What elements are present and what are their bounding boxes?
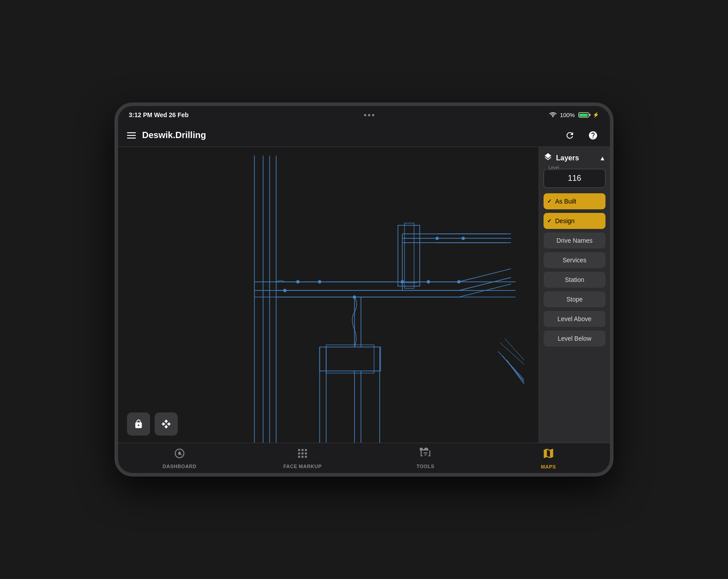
header-left: Deswik.Drilling: [127, 130, 206, 140]
status-time: 3:12 PM Wed 26 Feb: [129, 111, 188, 118]
status-dots: [364, 114, 374, 116]
layers-collapse-button[interactable]: ▲: [599, 155, 605, 162]
layers-title: Layers: [556, 154, 579, 162]
layers-stack-icon: [544, 152, 552, 163]
svg-rect-0: [133, 147, 524, 443]
svg-point-39: [462, 237, 465, 240]
hamburger-line-3: [127, 138, 136, 139]
nav-item-dashboard[interactable]: DASHBOARD: [118, 448, 241, 469]
hamburger-line-1: [127, 132, 136, 133]
nav-item-tools[interactable]: TOOLS: [364, 448, 487, 469]
move-button[interactable]: [155, 412, 178, 436]
svg-rect-41: [298, 449, 300, 451]
svg-point-34: [297, 281, 299, 283]
layer-button-drive-names[interactable]: Drive Names: [544, 232, 605, 249]
maps-icon: [542, 447, 555, 462]
app-header: Deswik.Drilling: [118, 124, 610, 147]
battery-fill: [579, 114, 588, 117]
map-area[interactable]: [118, 147, 539, 443]
svg-rect-46: [305, 452, 307, 454]
bottom-nav: DASHBOARD FACE MARKUP: [118, 443, 610, 473]
nav-item-maps[interactable]: MAPS: [487, 447, 610, 469]
level-input[interactable]: [544, 169, 605, 188]
svg-point-35: [283, 289, 286, 292]
svg-rect-50: [424, 452, 428, 453]
layers-header-left: Layers: [544, 152, 579, 163]
face-markup-icon: [297, 448, 308, 462]
maps-label: MAPS: [541, 464, 556, 469]
layer-button-level-below[interactable]: Level Below: [544, 330, 605, 347]
hamburger-line-2: [127, 135, 136, 136]
menu-button[interactable]: [127, 132, 136, 139]
level-input-container: Level: [544, 169, 605, 188]
lock-button[interactable]: [127, 412, 150, 436]
svg-rect-47: [298, 456, 300, 457]
bottom-controls: [127, 412, 178, 436]
svg-point-37: [458, 281, 460, 283]
tools-label: TOOLS: [417, 464, 434, 469]
header-right: [562, 127, 601, 143]
dashboard-label: DASHBOARD: [163, 464, 196, 469]
status-right: 100% ⚡: [549, 111, 599, 118]
refresh-button[interactable]: [562, 127, 578, 143]
svg-rect-48: [302, 456, 303, 457]
map-svg: [118, 147, 539, 443]
svg-rect-49: [305, 456, 307, 457]
status-dot-2: [368, 114, 370, 116]
layer-button-design[interactable]: ✓ Design: [544, 213, 605, 229]
svg-rect-43: [305, 449, 307, 451]
svg-rect-51: [425, 454, 426, 455]
layers-header: Layers ▲: [544, 152, 605, 163]
layers-panel: Layers ▲ Level ✓ As Built ✓ Design Drive…: [539, 147, 610, 443]
status-dot-3: [372, 114, 374, 116]
dashboard-icon: [174, 448, 185, 462]
app-title: Deswik.Drilling: [142, 130, 206, 140]
layer-button-stope[interactable]: Stope: [544, 291, 605, 307]
battery-percent: 100%: [560, 112, 575, 118]
wifi-icon: [549, 111, 556, 118]
level-label: Level: [547, 165, 560, 170]
svg-point-32: [353, 296, 356, 298]
status-dot-1: [364, 114, 366, 116]
svg-point-38: [436, 237, 438, 240]
svg-rect-45: [302, 452, 303, 454]
svg-point-40: [178, 452, 181, 455]
svg-point-36: [427, 281, 430, 283]
device-frame: 3:12 PM Wed 26 Feb 100% ⚡: [115, 102, 613, 477]
battery-icon: [578, 112, 589, 118]
status-bar: 3:12 PM Wed 26 Feb 100% ⚡: [118, 106, 610, 124]
svg-rect-44: [298, 452, 300, 454]
nav-item-face-markup[interactable]: FACE MARKUP: [241, 448, 364, 469]
checkmark-icon: ✓: [547, 218, 552, 224]
charging-icon: ⚡: [593, 112, 599, 118]
layer-button-as-built[interactable]: ✓ As Built: [544, 193, 605, 209]
help-button[interactable]: [585, 127, 601, 143]
layer-button-station[interactable]: Station: [544, 272, 605, 288]
svg-point-33: [319, 281, 321, 283]
checkmark-icon: ✓: [547, 198, 552, 204]
layer-button-services[interactable]: Services: [544, 252, 605, 268]
face-markup-label: FACE MARKUP: [283, 464, 322, 469]
tools-icon: [420, 448, 431, 462]
layer-button-level-above[interactable]: Level Above: [544, 311, 605, 327]
svg-rect-42: [302, 449, 303, 451]
main-content: Layers ▲ Level ✓ As Built ✓ Design Drive…: [118, 147, 610, 443]
